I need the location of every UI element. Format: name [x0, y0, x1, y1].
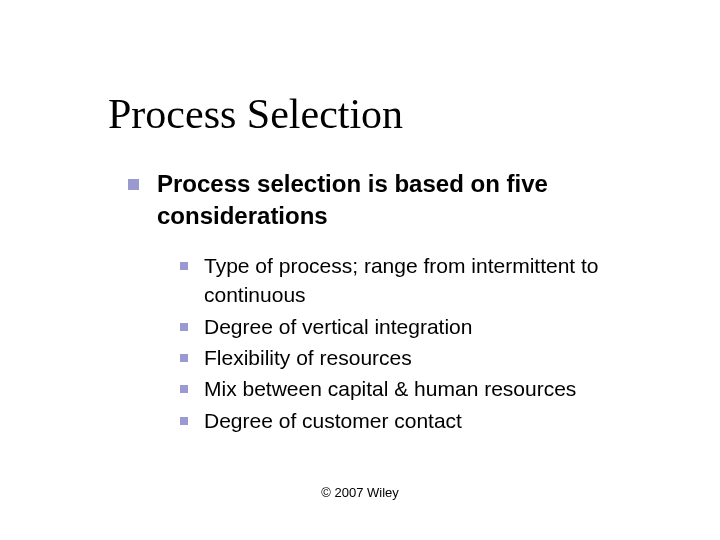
sub-bullet-list: Type of process; range from intermittent… — [180, 251, 670, 435]
sub-point-text: Mix between capital & human resources — [204, 374, 576, 403]
list-item: Mix between capital & human resources — [180, 374, 670, 403]
sub-point-text: Flexibility of resources — [204, 343, 412, 372]
list-item: Flexibility of resources — [180, 343, 670, 372]
main-point-text: Process selection is based on five consi… — [157, 168, 670, 233]
copyright-footer: © 2007 Wiley — [0, 485, 720, 500]
sub-point-text: Type of process; range from intermittent… — [204, 251, 670, 310]
list-item: Degree of vertical integration — [180, 312, 670, 341]
list-item: Type of process; range from intermittent… — [180, 251, 670, 310]
square-bullet-icon — [180, 385, 188, 393]
square-bullet-icon — [180, 417, 188, 425]
slide-title: Process Selection — [108, 90, 670, 138]
square-bullet-icon — [180, 262, 188, 270]
square-bullet-icon — [180, 323, 188, 331]
square-bullet-icon — [180, 354, 188, 362]
slide: Process Selection Process selection is b… — [0, 0, 720, 477]
sub-point-text: Degree of vertical integration — [204, 312, 472, 341]
main-bullet-item: Process selection is based on five consi… — [128, 168, 670, 233]
square-bullet-icon — [128, 179, 139, 190]
list-item: Degree of customer contact — [180, 406, 670, 435]
sub-point-text: Degree of customer contact — [204, 406, 462, 435]
